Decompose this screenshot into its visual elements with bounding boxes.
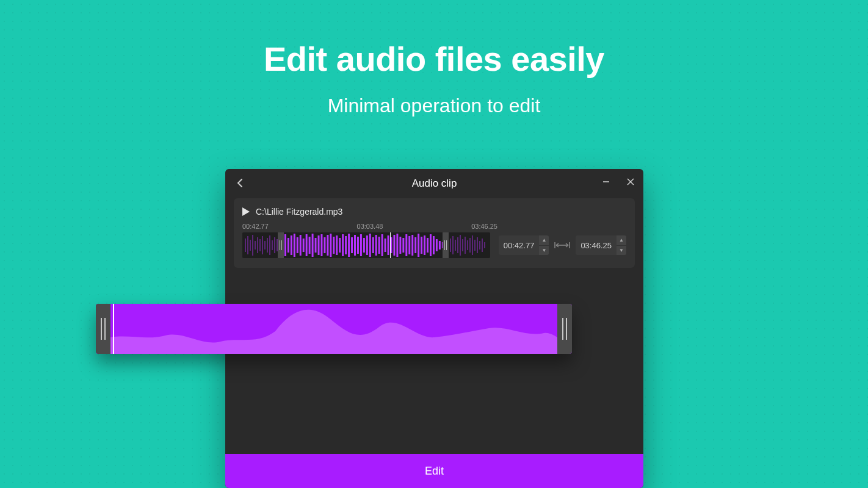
svg-rect-75 [457, 237, 458, 253]
stepper-down-icon[interactable]: ▼ [539, 246, 549, 256]
close-button[interactable] [624, 175, 637, 188]
start-time-input[interactable]: 00:42.77 ▲ ▼ [499, 235, 549, 255]
label-start: 00:42.77 [242, 223, 269, 230]
svg-rect-35 [339, 238, 341, 253]
svg-rect-29 [320, 234, 322, 256]
svg-rect-32 [330, 234, 331, 257]
end-time-input[interactable]: 03:46.25 ▲ ▼ [576, 235, 626, 255]
svg-rect-78 [465, 237, 466, 254]
svg-rect-72 [450, 239, 451, 252]
svg-rect-59 [411, 235, 413, 256]
play-icon[interactable] [242, 207, 250, 216]
svg-rect-12 [269, 235, 270, 255]
svg-rect-79 [467, 240, 468, 250]
svg-rect-48 [378, 237, 380, 254]
svg-rect-28 [318, 235, 320, 255]
svg-rect-60 [414, 237, 416, 253]
svg-rect-21 [297, 237, 298, 253]
svg-rect-24 [306, 234, 308, 256]
end-time-value: 03:46.25 [576, 241, 617, 250]
svg-rect-85 [482, 239, 483, 252]
svg-rect-68 [439, 241, 441, 249]
start-time-value: 00:42.77 [499, 241, 540, 250]
svg-rect-14 [274, 237, 275, 253]
svg-rect-46 [372, 237, 374, 253]
edit-button-label: Edit [425, 465, 444, 478]
minimize-button[interactable] [599, 175, 613, 188]
back-button[interactable] [234, 176, 247, 190]
svg-rect-66 [433, 236, 435, 254]
svg-rect-23 [303, 239, 305, 252]
large-trim-handle-left[interactable] [96, 304, 110, 354]
clip-panel: C:\Lillie Fitzgerald.mp3 00:42.77 03:03.… [234, 198, 635, 268]
svg-rect-40 [354, 235, 356, 256]
stepper-down-icon[interactable]: ▼ [617, 246, 626, 256]
time-controls: 00:42.77 ▲ ▼ 03:46.25 [499, 235, 626, 255]
svg-rect-55 [399, 237, 401, 254]
waveform-mini[interactable] [242, 232, 490, 258]
svg-rect-11 [267, 238, 268, 253]
large-playhead[interactable] [113, 304, 114, 354]
svg-rect-83 [477, 237, 478, 253]
large-trim-handle-right[interactable] [557, 304, 572, 354]
svg-rect-65 [430, 234, 432, 256]
svg-rect-30 [324, 237, 325, 253]
svg-rect-8 [259, 239, 261, 251]
file-path: C:\Lillie Fitzgerald.mp3 [256, 207, 342, 217]
svg-rect-73 [452, 236, 454, 254]
trim-handle-right[interactable] [443, 232, 449, 258]
svg-rect-10 [264, 241, 266, 249]
svg-rect-54 [396, 234, 398, 257]
window-title: Audio clip [412, 178, 457, 190]
svg-rect-44 [366, 235, 368, 255]
svg-rect-37 [345, 236, 347, 254]
svg-rect-36 [342, 234, 344, 256]
svg-rect-6 [255, 241, 256, 249]
file-row: C:\Lillie Fitzgerald.mp3 [242, 207, 626, 217]
label-end: 03:46.25 [471, 223, 497, 230]
svg-rect-62 [421, 237, 422, 254]
svg-rect-20 [294, 234, 295, 257]
edit-button[interactable]: Edit [225, 454, 643, 488]
svg-rect-64 [427, 238, 429, 253]
svg-rect-41 [357, 237, 359, 254]
svg-rect-63 [424, 235, 425, 255]
hero-section: Edit audio files easily Minimal operatio… [0, 0, 868, 117]
svg-rect-33 [333, 237, 335, 254]
playhead[interactable] [390, 232, 391, 258]
end-time-stepper[interactable]: ▲ ▼ [617, 235, 626, 255]
svg-rect-42 [360, 234, 362, 256]
editor-row: 00:42.77 ▲ ▼ 03:46.25 [242, 232, 626, 258]
svg-rect-74 [455, 240, 456, 251]
hero-title: Edit audio files easily [0, 39, 868, 79]
svg-rect-39 [351, 237, 353, 253]
waveform-large[interactable] [96, 304, 572, 354]
svg-rect-3 [247, 236, 248, 254]
stepper-up-icon[interactable]: ▲ [617, 235, 626, 246]
svg-rect-43 [363, 238, 365, 253]
start-time-stepper[interactable]: ▲ ▼ [539, 235, 549, 255]
svg-rect-18 [288, 238, 289, 253]
svg-rect-45 [369, 234, 371, 257]
svg-rect-86 [484, 242, 485, 248]
svg-rect-50 [385, 239, 386, 252]
svg-rect-9 [262, 236, 263, 254]
svg-rect-81 [472, 235, 473, 255]
svg-rect-26 [312, 234, 314, 257]
svg-rect-19 [291, 235, 292, 255]
titlebar: Audio clip [225, 169, 643, 198]
stepper-up-icon[interactable]: ▲ [539, 235, 549, 246]
svg-rect-31 [327, 235, 328, 256]
svg-rect-38 [348, 234, 350, 257]
svg-rect-51 [388, 235, 389, 255]
trim-handle-left[interactable] [278, 232, 284, 258]
svg-rect-2 [245, 239, 246, 252]
svg-rect-27 [315, 238, 317, 253]
svg-rect-82 [474, 240, 476, 251]
svg-rect-5 [252, 235, 253, 256]
svg-rect-7 [257, 237, 258, 253]
timestamp-labels: 00:42.77 03:03.48 03:46.25 [242, 223, 497, 230]
range-icon [554, 240, 571, 250]
svg-rect-77 [462, 239, 463, 251]
svg-rect-49 [382, 234, 383, 256]
